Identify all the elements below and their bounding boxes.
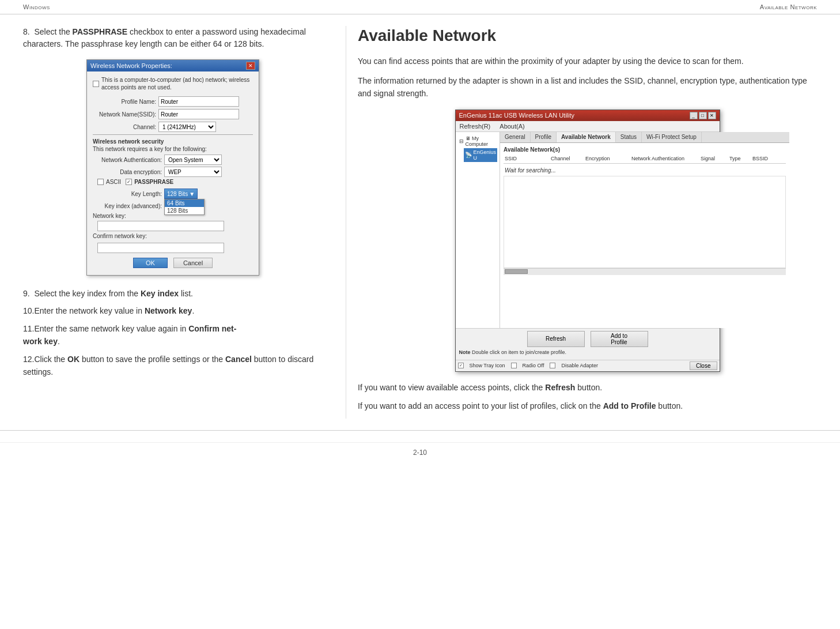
encryption-label: Data encryption: xyxy=(93,169,162,175)
engenius-min-btn[interactable]: _ xyxy=(690,112,698,119)
networkkey-label: Network key: xyxy=(93,213,126,219)
confirm-input[interactable] xyxy=(97,243,224,253)
col-bssid: BSSID xyxy=(751,155,786,162)
profile-name-row: Profile Name: xyxy=(93,96,253,107)
channel-row: Channel: 1 (2412MHz) xyxy=(93,122,253,132)
col-encryption: Encryption xyxy=(584,155,630,162)
security-header: Wireless network security xyxy=(93,138,253,145)
page-footer: 2-10 xyxy=(0,442,840,462)
tab-status[interactable]: Status xyxy=(616,132,642,142)
engenius-titlebar: EnGenius 11ac USB Wireless LAN Utility _… xyxy=(456,110,720,121)
passphrase-label: PASSPHRASE xyxy=(134,179,173,185)
step-12-mid: button to save the profile settings or t… xyxy=(80,355,225,364)
engenius-tabs: General Profile Available Network Status… xyxy=(500,132,789,143)
dialog-container: Wireless Network Properties: ✕ This is a… xyxy=(23,59,323,276)
tab-wifi-protect[interactable]: Wi-Fi Protect Setup xyxy=(642,132,702,142)
keylength-dropdown-popup: 64 Bits 128 Bits xyxy=(164,199,205,215)
tab-profile[interactable]: Profile xyxy=(531,132,557,142)
cancel-button[interactable]: Cancel xyxy=(173,258,213,268)
add-profile-button[interactable]: Add to Profile xyxy=(591,331,648,347)
dialog-body: This is a computer-to-computer (ad hoc) … xyxy=(87,71,259,275)
dialog-close-btn[interactable]: ✕ xyxy=(246,62,255,70)
adhoc-checkbox[interactable] xyxy=(93,81,99,87)
keyindex-label: Key index (advanced): xyxy=(93,203,162,209)
sidebar-engenius[interactable]: 📡 EnGenius U xyxy=(464,148,498,162)
step-10-rest: . xyxy=(192,306,194,315)
available-network-label: Available Network(s) xyxy=(504,146,786,153)
show-tray-label: Show Tray Icon xyxy=(470,363,505,368)
menu-refresh[interactable]: Refresh(R) xyxy=(458,122,493,130)
step-11-num: 11.Enter the same network key value agai… xyxy=(23,324,188,333)
step-8-number: 8. Select the xyxy=(23,27,73,36)
step-12: 12.Click the OK button to save the profi… xyxy=(23,353,323,379)
sidebar-engenius-icon: 📡 xyxy=(465,152,472,158)
passphrase-row: ✓ PASSPHRASE xyxy=(126,179,173,185)
sidebar-mycomputer[interactable]: ⊟ 🖥 My Computer xyxy=(458,134,498,148)
channel-select[interactable]: 1 (2412MHz) xyxy=(158,122,216,132)
networkkey-input[interactable] xyxy=(97,221,224,231)
disable-adapter-label: Disable Adapter xyxy=(561,363,598,368)
engenius-bottom-bar: ✓ Show Tray Icon Radio Off Disable Adapt… xyxy=(456,360,720,371)
step-8-text: 8. Select the PASSPHRASE checkbox to ent… xyxy=(23,26,323,50)
table-header: SSID Channel Encryption Network Authenti… xyxy=(504,155,786,164)
header-left: Windows xyxy=(23,3,50,10)
engenius-close-button[interactable]: Close xyxy=(690,361,717,370)
step-8-highlight: PASSPHRASE xyxy=(73,27,127,36)
keylength-option-128[interactable]: 128 Bits xyxy=(165,207,204,214)
para1: You can find access points that are with… xyxy=(358,55,817,67)
tree-expand-icon: ⊟ xyxy=(459,138,464,144)
footer-divider xyxy=(0,430,840,431)
engenius-body: ⊟ 🖥 My Computer 📡 EnGenius U General xyxy=(456,132,720,328)
step-9-num: 9. Select the key index from the xyxy=(23,289,141,298)
note-label: Note xyxy=(459,349,471,355)
step-11-rest: . xyxy=(58,337,60,346)
titlebar-controls: ✕ xyxy=(246,62,255,70)
keylength-option-64[interactable]: 64 Bits xyxy=(165,199,204,207)
table-area xyxy=(504,176,786,268)
step-9-highlight: Key index xyxy=(141,289,179,298)
engenius-max-btn[interactable]: □ xyxy=(699,112,707,119)
col-channel: Channel xyxy=(550,155,584,162)
after2-highlight: Add to Profile xyxy=(603,401,656,410)
profile-name-label: Profile Name: xyxy=(93,99,156,105)
steps-9-12: 9. Select the key index from the Key ind… xyxy=(23,287,323,378)
h-scrollbar-thumb xyxy=(505,269,528,274)
passphrase-checkbox[interactable]: ✓ xyxy=(126,179,132,185)
keylength-current: 128 Bits xyxy=(167,191,188,197)
h-scrollbar[interactable] xyxy=(504,268,786,275)
col-signal: Signal xyxy=(699,155,728,162)
ascii-checkbox[interactable] xyxy=(97,179,104,185)
menu-about[interactable]: About(A) xyxy=(498,122,526,130)
tab-available-network[interactable]: Available Network xyxy=(557,132,616,142)
right-column: Available Network You can find access po… xyxy=(346,26,817,419)
engenius-window: EnGenius 11ac USB Wireless LAN Utility _… xyxy=(455,110,720,372)
confirm-row: Confirm network key: xyxy=(93,233,253,239)
show-tray-checkbox[interactable]: ✓ xyxy=(458,363,464,368)
engenius-footer: Refresh Add to Profile Note Double click… xyxy=(456,328,720,360)
note-content: Double click on item to join/create prof… xyxy=(472,349,566,355)
encryption-select[interactable]: WEP xyxy=(164,167,222,177)
col-auth: Network Authentication xyxy=(630,155,699,162)
dialog-title: Wireless Network Properties: xyxy=(90,62,172,69)
ok-button[interactable]: OK xyxy=(133,258,168,268)
keylength-dropdown-btn[interactable]: 128 Bits ▼ xyxy=(164,189,198,199)
engenius-title: EnGenius 11ac USB Wireless LAN Utility xyxy=(459,112,575,119)
after2-rest: button. xyxy=(656,401,683,410)
auth-select[interactable]: Open System xyxy=(164,155,222,165)
step-9: 9. Select the key index from the Key ind… xyxy=(23,287,323,300)
radio-off-checkbox[interactable] xyxy=(511,363,517,368)
engenius-titlebar-btns: _ □ ✕ xyxy=(690,112,716,119)
para2: The information returned by the adapter … xyxy=(358,74,817,100)
footer-buttons: Refresh Add to Profile xyxy=(459,331,716,347)
profile-name-input[interactable] xyxy=(158,96,239,107)
network-name-input[interactable] xyxy=(158,109,239,119)
disable-adapter-checkbox[interactable] xyxy=(550,363,555,368)
security-subtext: This network requires a key for the foll… xyxy=(93,146,253,152)
step-10-num: 10.Enter the network key value in xyxy=(23,306,145,315)
refresh-button[interactable]: Refresh xyxy=(527,331,585,347)
tab-general[interactable]: General xyxy=(500,132,531,142)
engenius-close-btn[interactable]: ✕ xyxy=(708,112,716,119)
left-column: 8. Select the PASSPHRASE checkbox to ent… xyxy=(23,26,323,419)
page-header: Windows Available Network xyxy=(0,0,840,14)
keylength-dropdown-container: 128 Bits ▼ 64 Bits 128 Bits xyxy=(164,189,198,199)
